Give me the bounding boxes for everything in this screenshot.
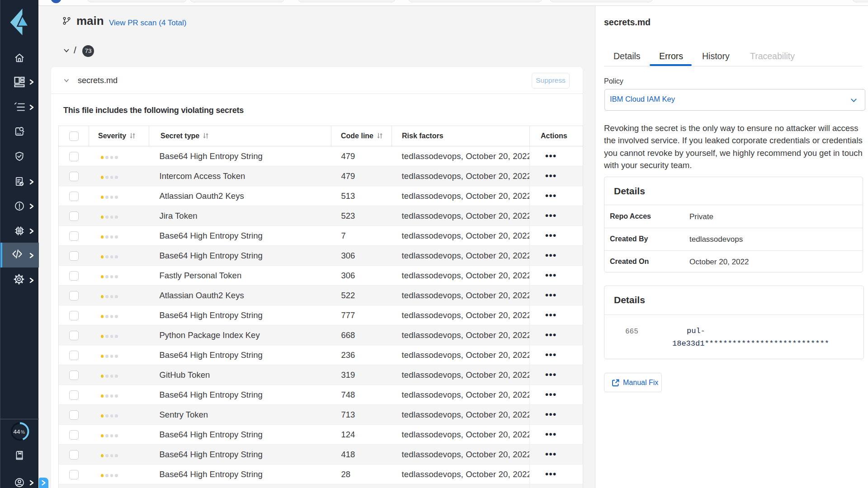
svg-text:%: % [21, 430, 25, 435]
svg-text:44: 44 [13, 428, 20, 435]
